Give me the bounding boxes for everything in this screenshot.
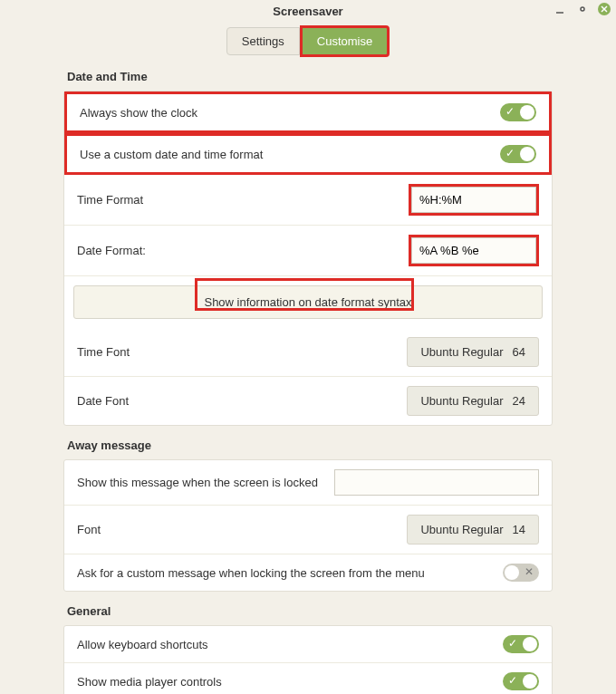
button-away-font[interactable]: Ubuntu Regular 14 (407, 515, 539, 545)
away-font-name: Ubuntu Regular (420, 523, 503, 536)
row-time-font: Time Font Ubuntu Regular 64 (64, 328, 552, 377)
maximize-icon[interactable] (576, 3, 589, 15)
label-away-message: Show this message when the screen is loc… (77, 476, 318, 489)
label-allow-keyboard: Allow keyboard shortcuts (77, 638, 503, 651)
card-away: Show this message when the screen is loc… (63, 459, 553, 592)
tab-bar: Settings Customise (0, 25, 616, 57)
date-font-size: 24 (513, 394, 525, 408)
label-show-media: Show media player controls (77, 675, 503, 689)
window-controls (554, 3, 611, 15)
label-always-show-clock: Always show the clock (80, 106, 500, 120)
label-custom-format: Use a custom date and time format (80, 148, 500, 161)
label-away-font: Font (77, 523, 407, 536)
toggle-always-show-clock[interactable]: ✓ (500, 103, 536, 121)
time-font-size: 64 (513, 345, 525, 359)
row-custom-format: Use a custom date and time format ✓ (64, 133, 552, 175)
row-allow-keyboard: Allow keyboard shortcuts ✓ (64, 626, 552, 663)
label-time-font: Time Font (77, 345, 407, 359)
time-font-name: Ubuntu Regular (420, 345, 503, 359)
button-time-font[interactable]: Ubuntu Regular 64 (407, 337, 539, 367)
tab-customise[interactable]: Customise (300, 25, 390, 57)
card-general: Allow keyboard shortcuts ✓ Show media pl… (63, 625, 553, 694)
date-font-name: Ubuntu Regular (420, 394, 503, 408)
minimize-icon[interactable] (554, 3, 567, 15)
label-time-format: Time Format (77, 193, 409, 207)
row-away-font: Font Ubuntu Regular 14 (64, 506, 552, 554)
window-titlebar: Screensaver (0, 0, 616, 22)
toggle-ask-custom[interactable]: ✕ (503, 564, 539, 582)
row-always-show-clock: Always show the clock ✓ (64, 92, 552, 133)
tab-settings[interactable]: Settings (226, 27, 300, 55)
input-date-format[interactable] (411, 237, 536, 264)
input-away-message[interactable] (334, 469, 539, 496)
away-font-size: 14 (513, 523, 525, 536)
section-date-time-header: Date and Time (67, 70, 553, 83)
input-time-format[interactable] (411, 187, 536, 213)
toggle-custom-format[interactable]: ✓ (500, 145, 536, 163)
button-show-syntax-info[interactable]: Show information on date format syntax (73, 285, 543, 319)
row-date-format: Date Format: (64, 226, 552, 276)
row-time-format: Time Format (64, 175, 552, 226)
section-general-header: General (67, 604, 553, 618)
row-date-font: Date Font Ubuntu Regular 24 (64, 377, 552, 425)
card-date-time: Always show the clock ✓ Use a custom dat… (63, 91, 553, 426)
label-ask-custom: Ask for a custom message when locking th… (77, 566, 503, 580)
toggle-show-media[interactable]: ✓ (503, 672, 539, 690)
toggle-allow-keyboard[interactable]: ✓ (503, 635, 539, 653)
window-title: Screensaver (273, 5, 342, 18)
svg-point-1 (581, 7, 584, 11)
content-area: Date and Time Always show the clock ✓ Us… (0, 70, 616, 694)
close-icon[interactable] (598, 3, 611, 15)
label-date-format: Date Format: (77, 244, 409, 257)
row-ask-custom: Ask for a custom message when locking th… (64, 554, 552, 591)
row-syntax-button: Show information on date format syntax (64, 276, 552, 328)
section-away-header: Away message (67, 439, 553, 452)
button-date-font[interactable]: Ubuntu Regular 24 (407, 386, 539, 416)
row-show-media: Show media player controls ✓ (64, 663, 552, 694)
label-date-font: Date Font (77, 394, 407, 408)
row-away-message: Show this message when the screen is loc… (64, 460, 552, 506)
